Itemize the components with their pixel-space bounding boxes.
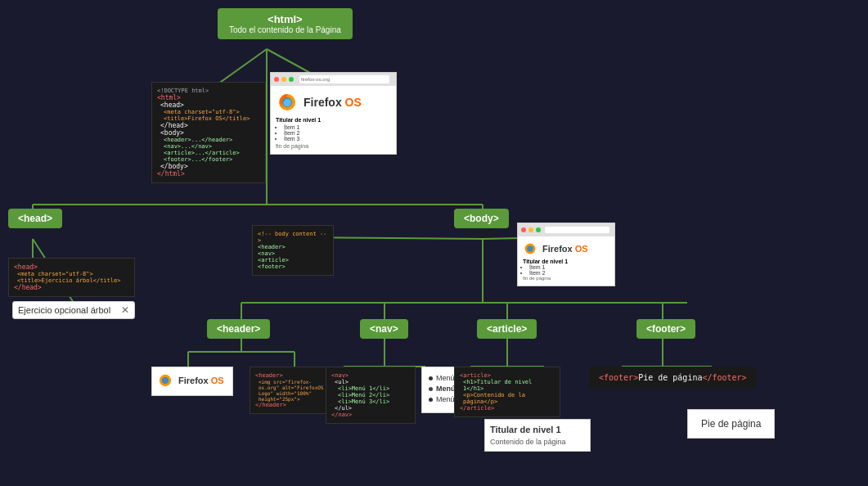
search-box[interactable]: Ejercicio opcional árbol ✕ bbox=[12, 301, 135, 319]
nav-code-box: <nav> <ul> <li>Menú 1</li> <li>Menú 2</l… bbox=[326, 367, 416, 424]
preview-nav-list: Ítem 1 Ítem 2 Ítem 3 bbox=[284, 124, 391, 142]
footer-code-display: <footer>Pie de página</footer> bbox=[589, 367, 757, 389]
firefox-os-text: OS bbox=[345, 96, 362, 109]
browser-bar: firefox-os.org bbox=[271, 73, 396, 86]
body-code-box: <!-- body content --> <header> <nav> <ar… bbox=[252, 225, 334, 276]
browser-dot-yellow bbox=[281, 77, 286, 82]
browser-preview-main: firefox-os.org Firefox OS Titular de niv… bbox=[270, 72, 397, 155]
html-node: <html> Todo el contenido de la Página bbox=[218, 8, 353, 39]
body-tag: <body> bbox=[454, 209, 509, 228]
article-p: Contenido de la página bbox=[490, 438, 585, 446]
close-icon[interactable]: ✕ bbox=[121, 304, 129, 316]
body-browser-content: Firefox OS Titular de nivel 1 Ítem 1 Íte… bbox=[518, 236, 614, 286]
browser-content-main: Firefox OS Titular de nivel 1 Ítem 1 Íte… bbox=[271, 86, 396, 154]
footer-code-text: Pie de página bbox=[638, 373, 702, 382]
search-text: Ejercicio opcional árbol bbox=[18, 305, 110, 315]
article-node: <article> bbox=[477, 319, 537, 339]
body-node: <body> bbox=[454, 209, 509, 228]
head-tag: <head> bbox=[8, 209, 62, 228]
browser-dot-green bbox=[289, 77, 294, 82]
nav-tag: <nav> bbox=[360, 319, 408, 339]
article-preview: Titular de nivel 1 Contenido de la págin… bbox=[484, 419, 591, 452]
header-tag: <header> bbox=[207, 319, 270, 339]
head-code-box: <head> <meta charset="utf-8"> <title>Eje… bbox=[8, 258, 135, 297]
nav-node: <nav> bbox=[360, 319, 408, 339]
svg-point-37 bbox=[162, 377, 169, 385]
html-code-box: <!DOCTYPE html> <html> <head> <meta char… bbox=[151, 82, 266, 183]
article-code-box: <article> <h1>Titular de nivel 1</h1> <p… bbox=[454, 367, 560, 417]
footer-tag: <footer> bbox=[636, 319, 695, 339]
browser-url[interactable]: firefox-os.org bbox=[299, 75, 389, 83]
svg-point-35 bbox=[527, 245, 533, 252]
article-tag: <article> bbox=[477, 319, 537, 339]
head-node: <head> bbox=[8, 209, 62, 228]
firefox-logo: Firefox OS bbox=[276, 91, 391, 114]
header-code-box: <header> <img src="firefox-os.org" alt="… bbox=[250, 367, 331, 414]
footer-node: <footer> bbox=[636, 319, 695, 339]
header-node: <header> bbox=[207, 319, 270, 339]
preview-footer: fin de página bbox=[276, 143, 391, 149]
html-tag: <html> Todo el contenido de la Página bbox=[218, 8, 353, 39]
footer-preview-text: Pie de página bbox=[701, 418, 761, 430]
tree-container: <html> Todo el contenido de la Página <!… bbox=[0, 0, 868, 486]
body-browser-preview: Firefox OS Titular de nivel 1 Ítem 1 Íte… bbox=[517, 223, 615, 286]
browser-dot-red bbox=[274, 77, 279, 82]
firefox-text: Firefox OS bbox=[304, 96, 362, 109]
article-h1: Titular de nivel 1 bbox=[490, 425, 585, 434]
header-firefox-preview: Firefox OS bbox=[151, 367, 233, 396]
body-browser-bar bbox=[518, 223, 614, 236]
preview-h1: Titular de nivel 1 bbox=[276, 117, 391, 123]
footer-preview: Pie de página bbox=[687, 409, 775, 439]
